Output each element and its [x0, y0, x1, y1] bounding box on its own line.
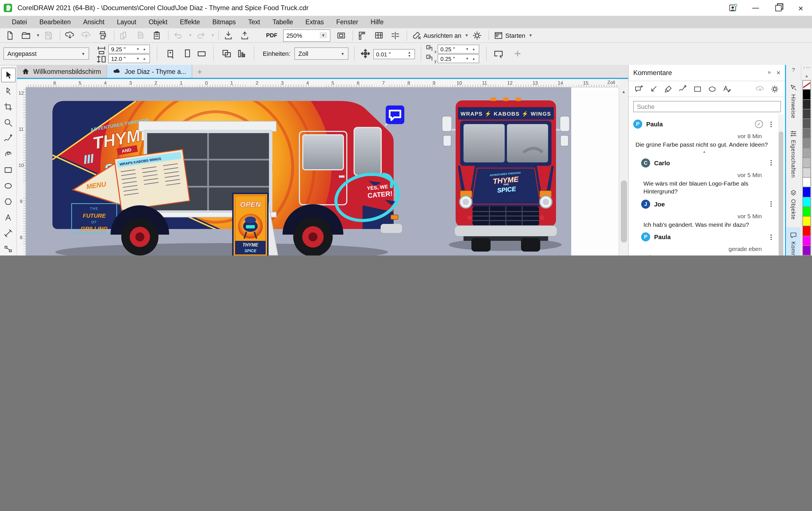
palette-swatch[interactable] [803, 197, 811, 207]
palette-swatch[interactable] [803, 217, 811, 226]
menu-item[interactable]: Tabelle [266, 19, 299, 25]
toolbar-button[interactable]: Starten [492, 28, 527, 42]
zoom-level-combo[interactable]: 250% ▼ [283, 29, 330, 41]
page-settings-icon[interactable] [165, 48, 176, 59]
comment-tool-button[interactable] [662, 83, 675, 95]
comment-tool-button[interactable] [647, 83, 660, 95]
signin-user-icon[interactable] [722, 0, 744, 16]
comment-tool-button[interactable] [720, 83, 734, 95]
toolbar-button[interactable] [222, 28, 237, 42]
toolbar-button[interactable]: ▼ [210, 28, 215, 42]
toolbar-button[interactable] [171, 28, 187, 42]
vertical-scrollbar[interactable]: ▲ ▼ [618, 87, 628, 256]
units-select[interactable]: Zoll▼ [294, 47, 348, 60]
palette-swatch[interactable] [803, 158, 811, 168]
treat-as-filled-button[interactable] [493, 48, 504, 59]
toolbar-button[interactable] [407, 30, 407, 40]
toolbar-button[interactable]: ▼ [188, 28, 193, 42]
new-document-tab-button[interactable]: + [192, 65, 207, 78]
menu-item[interactable]: Fenster [330, 19, 365, 25]
menu-item[interactable]: Ansicht [77, 19, 111, 25]
comment-tool-button[interactable] [691, 83, 704, 95]
tool-button[interactable] [1, 194, 16, 209]
toolbar-button[interactable] [352, 30, 353, 40]
palette-swatch[interactable] [803, 188, 811, 197]
palette-swatch[interactable] [803, 236, 811, 246]
comment-menu-icon[interactable]: ⋮ [768, 120, 774, 128]
toolbar-button[interactable] [60, 30, 60, 40]
comment-menu-icon[interactable]: ⋮ [768, 233, 774, 240]
tool-button[interactable] [1, 163, 16, 177]
tool-button[interactable] [1, 242, 16, 256]
close-docker-icon[interactable]: × [777, 69, 780, 77]
toolbar-button[interactable] [42, 28, 57, 42]
tool-button[interactable] [1, 226, 16, 240]
comment-row[interactable]: J Joe ✓ ⋮ vor 5 Min Ich hab's geändert. … [633, 198, 778, 231]
menu-item[interactable]: Objekt [142, 19, 174, 25]
palette-swatch[interactable] [803, 168, 811, 178]
toolbar-button[interactable]: PDF [254, 28, 279, 42]
palette-swatch[interactable] [803, 139, 811, 149]
comments-scroll-thumb[interactable] [779, 132, 783, 256]
toolbar-button[interactable] [168, 30, 169, 40]
palette-swatch[interactable] [803, 226, 811, 236]
page-height-input[interactable]: 12.0 "▼ ▲ [108, 54, 150, 63]
scroll-up-icon[interactable]: ▲ [619, 87, 628, 95]
restore-button[interactable] [767, 0, 789, 16]
palette-swatch[interactable] [803, 178, 811, 188]
all-pages-button[interactable] [221, 48, 232, 59]
comment-tool-button[interactable] [705, 83, 719, 95]
landscape-orientation-button[interactable] [196, 48, 207, 59]
comment-tool-button[interactable] [632, 83, 646, 95]
comments-scrollbar[interactable] [778, 114, 784, 256]
docker-tab[interactable]: Kommentare [787, 227, 800, 256]
portrait-orientation-button[interactable] [181, 48, 193, 59]
toolbar-button[interactable] [3, 28, 18, 42]
palette-swatch[interactable] [803, 129, 811, 139]
tool-button[interactable] [1, 83, 16, 98]
menu-item[interactable]: Bearbeiten [33, 19, 77, 25]
customize-plus-button[interactable] [512, 48, 523, 59]
tool-button[interactable] [1, 147, 16, 161]
menu-item[interactable]: Bitmaps [206, 19, 242, 25]
comment-tool-button[interactable] [753, 83, 767, 95]
comment-marker-1[interactable] [384, 104, 405, 125]
tab-welcome-screen[interactable]: Willkommensbildschirm [16, 65, 107, 78]
toolbar-button[interactable] [388, 28, 404, 42]
comment-tool-button[interactable] [768, 83, 782, 95]
palette-swatch[interactable] [803, 80, 811, 90]
palette-grip[interactable] [804, 67, 810, 73]
close-button[interactable]: × [789, 0, 812, 16]
menu-item[interactable]: Layout [111, 19, 142, 25]
drawing-canvas[interactable]: ADVENTURES THROUGH THYME AND SPICE WRAPS… [26, 87, 618, 256]
comment-tool-button[interactable] [676, 83, 690, 95]
duplicate-x-input[interactable]: 0.25 "▼ ▲ [438, 45, 479, 54]
toolbar-button[interactable]: ▼ [35, 28, 40, 42]
toolbar-button[interactable] [19, 28, 34, 42]
toolbar-button[interactable]: ▼ [528, 28, 533, 42]
cyan-ellipse-annotation[interactable] [331, 167, 405, 226]
comment-row[interactable]: P Paula ✓ ⋮ gerade eben Prima! [633, 231, 778, 256]
page-preset-select[interactable]: Angepasst▼ [3, 47, 89, 60]
toolbar-button[interactable] [194, 28, 209, 42]
comment-menu-icon[interactable]: ⋮ [768, 200, 774, 207]
toolbar-button[interactable]: Ausrichten an [410, 28, 463, 42]
nudge-distance-input[interactable]: 0.01 "▲▼ [373, 49, 415, 59]
collapse-docker-icon[interactable]: » [768, 69, 771, 77]
toolbar-button[interactable] [470, 28, 486, 42]
menu-item[interactable]: Datei [6, 19, 33, 25]
palette-swatch[interactable] [803, 100, 811, 109]
toolbar-button[interactable] [114, 30, 114, 40]
toolbar-button[interactable] [356, 28, 371, 42]
toolbar-button[interactable] [372, 28, 387, 42]
palette-scroll-up-icon[interactable]: ▲ [801, 73, 812, 80]
toolbar-button[interactable] [488, 30, 489, 40]
collapse-thread-icon[interactable]: ▲ [633, 149, 775, 154]
palette-swatch[interactable] [803, 207, 811, 217]
comments-search-input[interactable] [633, 101, 781, 112]
comment-row[interactable]: P Paula ✓ ⋮ vor 8 Min Die grüne Farbe pa… [633, 115, 778, 157]
menu-item[interactable]: Effekte [174, 19, 206, 25]
toolbar-button[interactable] [335, 28, 350, 42]
toolbar-button[interactable] [63, 28, 78, 42]
toolbar-button[interactable] [150, 28, 165, 42]
